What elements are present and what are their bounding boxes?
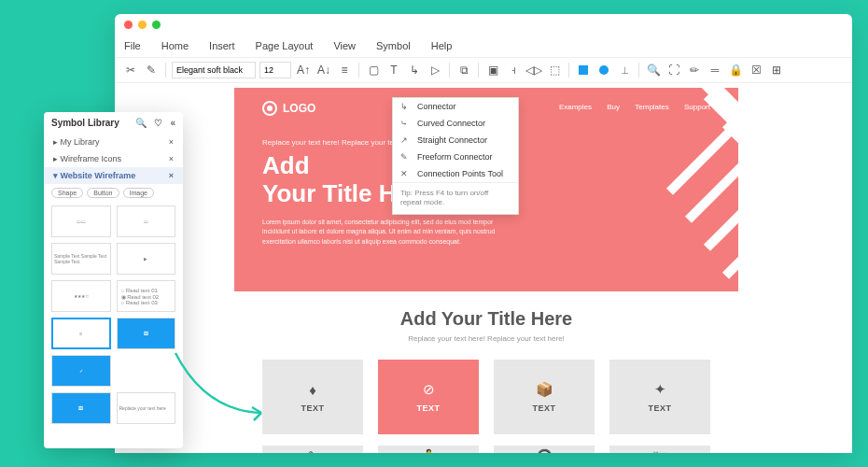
minimize-dot[interactable] — [138, 21, 147, 29]
menu-help[interactable]: Help — [431, 40, 453, 51]
search-icon[interactable]: 🔍 — [135, 118, 147, 128]
card-label: TEXT — [532, 403, 555, 413]
dd-straight-connector[interactable]: ↗Straight Connector — [393, 132, 518, 149]
lib-item[interactable]: ▭▭ — [51, 205, 111, 237]
menu-pagelayout[interactable]: Page Layout — [256, 40, 314, 51]
layers-icon[interactable]: ⧉ — [455, 62, 472, 78]
lib-item[interactable]: ▶ — [117, 243, 176, 275]
card[interactable]: ✦TEXT — [609, 360, 710, 434]
menu-view[interactable]: View — [333, 40, 356, 51]
lock-icon[interactable]: 🔒 — [727, 62, 744, 78]
font-select[interactable] — [172, 62, 256, 78]
logo-text: LOGO — [283, 102, 315, 115]
pill-image[interactable]: Image — [123, 188, 154, 198]
card[interactable]: 📷 — [609, 446, 710, 453]
headphones-icon: 🎧 — [536, 448, 553, 453]
lib-pills: Shape Button Image — [44, 184, 183, 202]
connector-icon: ↳ — [400, 102, 410, 111]
align-icon[interactable]: ≡ — [336, 62, 353, 78]
lib-item-selected[interactable]: ≡ — [51, 318, 111, 349]
app-window: File Home Insert Page Layout View Symbol… — [115, 14, 852, 453]
favorite-icon[interactable]: ♡ — [154, 118, 162, 128]
lib-header: Symbol Library 🔍 ♡ « — [44, 112, 183, 134]
close-icon[interactable]: × — [169, 137, 174, 147]
pen-icon[interactable]: ✏ — [686, 62, 703, 78]
close-icon[interactable]: × — [169, 171, 174, 180]
card[interactable]: ♦TEXT — [262, 360, 363, 434]
dd-label: Connector — [417, 102, 456, 111]
camera-icon: 📷 — [651, 448, 669, 453]
zoom-icon[interactable]: 🔍 — [645, 62, 662, 78]
hero-body: Lorem ipsum dolor sit amet, consectetur … — [262, 218, 505, 248]
collapse-icon[interactable]: « — [170, 118, 175, 128]
connector-icon[interactable]: ↳ — [406, 62, 423, 78]
diamond-icon: ♦ — [309, 382, 316, 398]
lib-item[interactable]: Replace your text here — [117, 392, 176, 424]
person-icon: 🧍 — [420, 448, 438, 453]
font-size-select[interactable] — [259, 62, 291, 78]
card-label: TEXT — [648, 403, 671, 413]
picture-icon[interactable]: ⛶ — [665, 62, 682, 78]
lib-group-mylibrary[interactable]: ▸ My Library× — [44, 134, 183, 150]
lib-item-check[interactable]: ✓ — [51, 355, 111, 387]
size-icon[interactable]: ⬚ — [546, 62, 563, 78]
menu-insert[interactable]: Insert — [209, 40, 235, 51]
align-objects-icon[interactable]: ⫞ — [505, 62, 522, 78]
freeform-connector-icon: ✎ — [400, 152, 410, 162]
pill-shape[interactable]: Shape — [51, 188, 83, 198]
crop-icon[interactable]: ⟂ — [616, 62, 633, 78]
sparkle-icon: ✦ — [654, 381, 666, 398]
text-icon[interactable]: T — [385, 62, 402, 78]
card[interactable]: ✎ — [262, 446, 363, 453]
lib-grid: ▭▭ ▭ Sample Text Sample Text Sample Text… — [44, 202, 183, 428]
card[interactable]: 📦TEXT — [494, 360, 595, 434]
menu-home[interactable]: Home — [161, 40, 189, 51]
card-label: TEXT — [416, 403, 440, 413]
fill-icon[interactable] — [575, 62, 592, 78]
lib-item[interactable]: Sample Text Sample Text Sample Text — [51, 243, 111, 275]
card-row-2: ✎ 🧍 🎧 📷 — [262, 446, 710, 453]
increase-font-icon[interactable]: A↑ — [295, 62, 312, 78]
rectangle-icon[interactable]: ▢ — [365, 62, 382, 78]
wand-icon: ✎ — [307, 448, 319, 453]
card[interactable]: 🧍 — [378, 446, 479, 453]
titlebar — [115, 14, 852, 35]
group-icon[interactable]: ▣ — [484, 62, 501, 78]
close-dot[interactable] — [124, 21, 133, 29]
menu-symbol[interactable]: Symbol — [376, 40, 411, 51]
lib-item[interactable]: ★★★☆ — [51, 280, 111, 312]
flip-icon[interactable]: ◁▷ — [525, 62, 542, 78]
menu-file[interactable]: File — [124, 40, 141, 51]
dd-curved-connector[interactable]: ⤷Curved Connector — [393, 115, 518, 132]
pointer-icon[interactable]: ▷ — [427, 62, 443, 78]
lib-item[interactable]: ▭ — [117, 205, 176, 237]
pill-button[interactable]: Button — [87, 188, 119, 198]
symbol-library-panel: Symbol Library 🔍 ♡ « ▸ My Library× ▸ Wir… — [44, 112, 183, 448]
line-style-icon[interactable]: ═ — [707, 62, 723, 78]
lib-item-image[interactable]: 🖼 — [51, 392, 111, 424]
format-painter-icon[interactable]: ✎ — [143, 62, 160, 78]
card[interactable]: 🎧 — [494, 446, 595, 453]
shape-fill-icon[interactable] — [595, 62, 612, 78]
delete-icon[interactable]: ☒ — [748, 62, 764, 78]
separator — [449, 63, 450, 78]
decrease-font-icon[interactable]: A↓ — [315, 62, 332, 78]
lib-group-website-wireframe[interactable]: ▾ Website Wireframe× — [44, 167, 183, 184]
lib-group-wireframe-icons[interactable]: ▸ Wireframe Icons× — [44, 150, 183, 167]
lib-item[interactable]: ○ Read text 01 ◉ Read text 02 ○ Read tex… — [117, 280, 176, 312]
maximize-dot[interactable] — [152, 21, 161, 29]
lib-item-image[interactable]: 🖼 — [117, 318, 176, 349]
cut-icon[interactable]: ✂ — [122, 62, 139, 78]
more-icon[interactable]: ⊞ — [768, 62, 785, 78]
card[interactable]: ⊘TEXT — [378, 360, 479, 434]
dd-label: Straight Connector — [417, 135, 487, 145]
close-icon[interactable]: × — [169, 154, 174, 163]
menubar: File Home Insert Page Layout View Symbol… — [115, 35, 852, 57]
lib-header-icons: 🔍 ♡ « — [135, 118, 175, 128]
dd-label: Connection Points Tool — [417, 169, 503, 178]
card-row-1: ♦TEXT ⊘TEXT 📦TEXT ✦TEXT — [262, 360, 710, 434]
dd-connection-points[interactable]: ✕Connection Points Tool — [393, 165, 518, 182]
dd-connector[interactable]: ↳Connector — [393, 98, 518, 115]
section-subtitle: Replace your text here! Replace your tex… — [234, 334, 738, 343]
dd-freeform-connector[interactable]: ✎Freeform Connector — [393, 149, 518, 165]
